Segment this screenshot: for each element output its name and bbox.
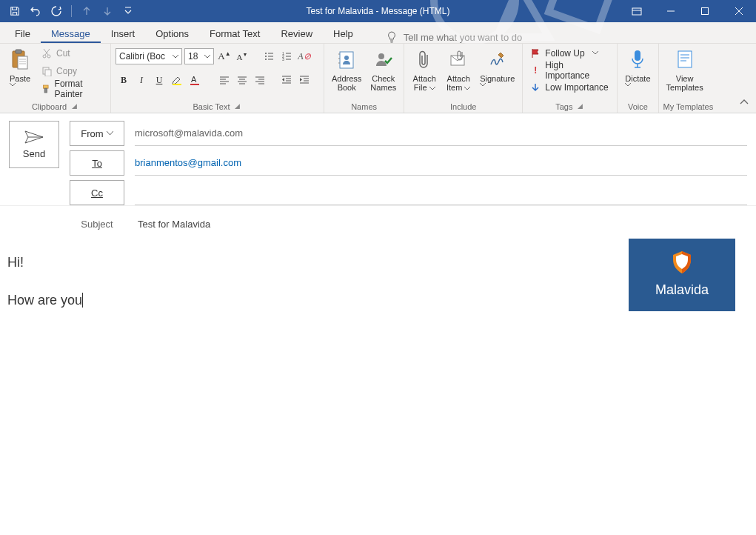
scissors-icon [41,48,52,59]
tab-insert[interactable]: Insert [101,24,146,43]
low-importance-label: Low Importance [545,82,608,93]
names-group-label: Names [351,102,377,111]
send-button[interactable]: Send [9,121,59,168]
bullets-icon [264,51,274,62]
check-names-label: Check Names [370,74,396,92]
signature-button[interactable]: Signature [477,45,518,89]
view-templates-button[interactable]: View Templates [663,45,706,94]
align-left-button[interactable] [216,72,233,88]
include-group-label: Include [450,102,476,111]
svg-point-54 [344,56,349,60]
tell-me-input[interactable] [404,32,552,43]
bullets-button[interactable] [261,48,277,64]
ribbon-tabs: File Message Insert Options Format Text … [0,22,756,44]
undo-button[interactable] [27,1,44,21]
group-my-templates: View Templates My Templates [659,44,718,113]
tags-launcher[interactable]: ◢ [575,102,584,111]
ribbon-display-button[interactable] [620,0,654,22]
cut-button[interactable]: Cut [39,45,106,61]
signature-label: Signature [480,74,515,83]
maximize-button[interactable] [688,0,722,22]
to-button[interactable]: To [70,150,124,176]
tab-message[interactable]: Message [41,24,101,43]
tell-me[interactable] [386,31,552,43]
my-templates-group-label: My Templates [663,102,714,111]
font-size: 18 [188,51,198,62]
align-center-button[interactable] [234,72,250,88]
previous-button[interactable] [78,1,96,21]
highlight-icon [171,74,183,86]
copy-button[interactable]: Copy [39,63,106,79]
next-button[interactable] [98,1,116,21]
logo-text: Malavida [655,279,709,301]
maximize-icon [700,7,709,16]
close-button[interactable] [722,0,756,22]
text-cursor [82,293,83,308]
chevron-down-icon [625,83,631,87]
underline-button[interactable]: U [151,72,167,88]
paste-label: Paste [10,74,30,83]
chevron-down-icon [10,83,16,87]
tab-help[interactable]: Help [323,24,364,43]
tab-format-text[interactable]: Format Text [199,24,270,43]
paste-button[interactable]: Paste [4,45,36,89]
window-controls [620,0,756,22]
embedded-image[interactable]: Malavida [629,239,735,311]
tab-file[interactable]: File [4,24,41,43]
dictate-button[interactable]: Dictate [622,45,653,89]
align-right-button[interactable] [252,72,268,88]
subject-field[interactable]: Test for Malavida [138,211,747,236]
decrease-indent-button[interactable] [278,72,295,88]
cc-button[interactable]: Cc [70,180,124,205]
collapse-ribbon-button[interactable] [737,95,752,110]
to-label: To [92,158,102,169]
customize-qat-button[interactable] [119,1,137,21]
cc-field[interactable] [135,180,747,205]
minimize-button[interactable] [654,0,688,22]
chevron-down-icon [480,83,486,87]
send-icon [24,130,44,144]
from-field[interactable]: microsoft@malavida.com [135,121,747,146]
save-icon [10,6,20,16]
format-painter-button[interactable]: Format Painter [39,81,106,96]
attach-item-button[interactable]: Attach Item [443,45,474,94]
low-importance-button[interactable]: Low Importance [527,79,612,95]
redo-button[interactable] [47,1,65,21]
to-value[interactable]: brianmentos@gmail.com [135,157,241,168]
to-field[interactable]: brianmentos@gmail.com [135,150,747,176]
font-name-select[interactable]: Calibri (Boc [116,48,182,64]
basic-text-group-label: Basic Text [193,102,230,111]
chevron-down-icon [592,51,598,55]
high-importance-button[interactable]: !High Importance [527,62,612,78]
from-button[interactable]: From [70,121,124,146]
clipboard-group-label: Clipboard [32,102,67,111]
attach-file-button[interactable]: Attach File [409,45,440,94]
clipboard-launcher[interactable]: ◢ [70,102,78,111]
highlight-button[interactable] [169,72,185,88]
outdent-icon [281,75,292,85]
group-basic-text: Calibri (Boc 18 A▲ A▼ 123 A⊘ B I U [111,44,324,113]
tab-review[interactable]: Review [270,24,323,43]
bold-button[interactable]: B [116,72,132,88]
follow-up-button[interactable]: Follow Up [527,45,612,61]
font-color-button[interactable]: A [187,72,203,88]
italic-button[interactable]: I [133,72,150,88]
templates-icon [675,49,695,71]
message-body[interactable]: Malavida Hi! How are you [0,239,756,325]
format-painter-label: Format Painter [55,79,103,99]
grow-font-button[interactable]: A▲ [216,48,233,64]
tags-group-label: Tags [555,102,572,111]
shrink-font-button[interactable]: A▼ [234,48,250,64]
save-button[interactable] [6,1,24,21]
basic-text-launcher[interactable]: ◢ [233,102,241,111]
tab-options[interactable]: Options [145,24,199,43]
numbering-button[interactable]: 123 [278,48,295,64]
font-size-select[interactable]: 18 [184,48,214,64]
close-icon [735,7,743,16]
group-clipboard: Paste Cut Copy Format Painter Clipboard◢ [0,44,111,113]
address-book-label: Address Book [332,74,361,92]
clear-formatting-button[interactable]: A⊘ [296,48,312,64]
check-names-button[interactable]: Check Names [367,45,399,94]
address-book-button[interactable]: Address Book [329,45,364,94]
increase-indent-button[interactable] [296,72,312,88]
